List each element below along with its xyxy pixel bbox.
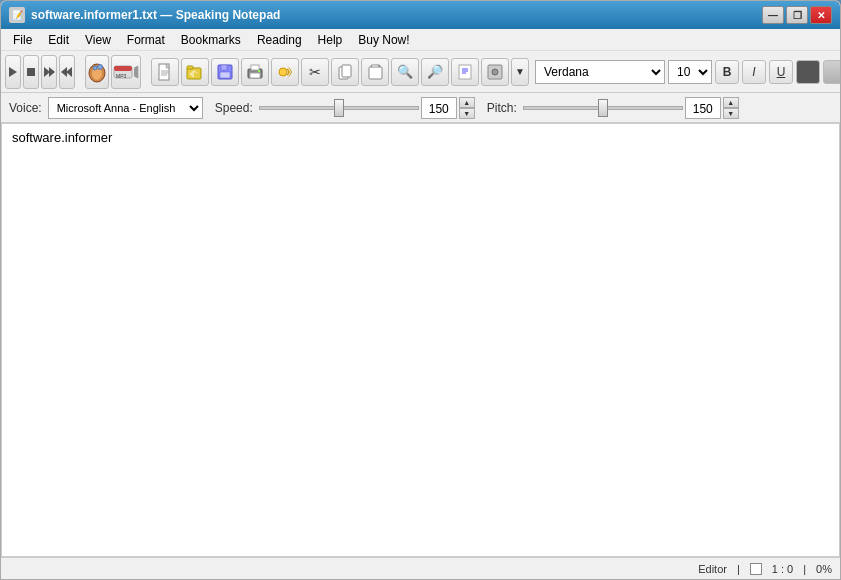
svg-marker-5 (61, 67, 67, 77)
speed-up-button[interactable]: ▲ (459, 97, 475, 108)
size-select[interactable]: 10 8 9 11 12 14 (668, 60, 712, 84)
status-bar: Editor | 1 : 0 | 0% (1, 557, 840, 579)
svg-point-27 (279, 68, 287, 76)
bold-button[interactable]: B (715, 60, 739, 84)
svg-point-9 (98, 64, 103, 69)
menu-view[interactable]: View (77, 31, 119, 49)
speed-value: 150 (421, 97, 457, 119)
svg-rect-21 (221, 65, 227, 70)
editor-mode: Editor (698, 563, 727, 575)
voice-select[interactable]: Microsoft Anna - English (48, 97, 203, 119)
title-bar: 📝 software.informer1.txt — Speaking Note… (1, 1, 840, 29)
playback-toolbar: MP3 ✂ (1, 51, 840, 93)
paste-button[interactable] (361, 58, 389, 86)
main-window: 📝 software.informer1.txt — Speaking Note… (0, 0, 841, 580)
menu-edit[interactable]: Edit (40, 31, 77, 49)
menu-file[interactable]: File (5, 31, 40, 49)
status-separator1: | (737, 563, 740, 575)
play-button[interactable] (5, 55, 21, 89)
more-button[interactable]: ▼ (511, 58, 529, 86)
dictionary-button[interactable] (85, 55, 109, 89)
menu-bar: File Edit View Format Bookmarks Reading … (1, 29, 840, 51)
voice-bar: Voice: Microsoft Anna - English Speed: 1… (1, 93, 840, 123)
menu-bookmarks[interactable]: Bookmarks (173, 31, 249, 49)
step-forward-button[interactable] (41, 55, 57, 89)
pitch-down-button[interactable]: ▼ (723, 108, 739, 119)
window-title: software.informer1.txt — Speaking Notepa… (31, 8, 762, 22)
tts-button[interactable] (271, 58, 299, 86)
pitch-slider[interactable] (523, 106, 683, 110)
svg-rect-31 (369, 67, 382, 79)
status-checkbox-container (750, 563, 762, 575)
svg-rect-19 (187, 66, 193, 69)
pitch-value: 150 (685, 97, 721, 119)
svg-rect-29 (342, 65, 351, 77)
menu-format[interactable]: Format (119, 31, 173, 49)
svg-point-8 (93, 66, 97, 70)
find-button[interactable]: 🔍 (391, 58, 419, 86)
svg-rect-32 (372, 65, 378, 67)
status-separator2: | (803, 563, 806, 575)
svg-rect-33 (459, 65, 471, 79)
italic-button[interactable]: I (742, 60, 766, 84)
restore-button[interactable]: ❐ (786, 6, 808, 24)
speed-down-button[interactable]: ▼ (459, 108, 475, 119)
status-position: 1 : 0 (772, 563, 793, 575)
svg-rect-22 (220, 72, 230, 78)
font-select[interactable]: Verdana Arial Times New Roman Courier Ne… (535, 60, 665, 84)
stop-button[interactable] (23, 55, 39, 89)
step-backward-button[interactable] (59, 55, 75, 89)
speed-slider-container: 150 ▲ ▼ (259, 97, 475, 119)
window-controls: — ❐ ✕ (762, 6, 832, 24)
pitch-up-button[interactable]: ▲ (723, 97, 739, 108)
copy-button[interactable] (331, 58, 359, 86)
pitch-label: Pitch: (487, 101, 517, 115)
svg-marker-0 (9, 67, 17, 77)
svg-rect-1 (27, 68, 35, 76)
editor-content: software.informer (12, 130, 112, 145)
svg-rect-25 (250, 73, 260, 78)
font-color-button[interactable] (796, 60, 820, 84)
svg-rect-11 (114, 66, 132, 71)
menu-help[interactable]: Help (310, 31, 351, 49)
speed-slider[interactable] (259, 106, 419, 110)
svg-marker-3 (49, 67, 55, 77)
speed-spinners: ▲ ▼ (459, 97, 475, 119)
svg-rect-24 (251, 65, 259, 70)
pitch-slider-container: 150 ▲ ▼ (523, 97, 739, 119)
bookmarks-button[interactable] (451, 58, 479, 86)
new-button[interactable] (151, 58, 179, 86)
svg-rect-26 (258, 70, 260, 72)
editor-area[interactable]: software.informer (1, 123, 840, 557)
find-next-button[interactable]: 🔎 (421, 58, 449, 86)
close-button[interactable]: ✕ (810, 6, 832, 24)
voice-label: Voice: (9, 101, 42, 115)
save-button[interactable] (211, 58, 239, 86)
app-icon: 📝 (9, 7, 25, 23)
pitch-spinners: ▲ ▼ (723, 97, 739, 119)
speed-label: Speed: (215, 101, 253, 115)
svg-point-38 (492, 69, 498, 75)
open-button[interactable] (181, 58, 209, 86)
svg-text:MP3: MP3 (116, 73, 127, 79)
menu-buynow[interactable]: Buy Now! (350, 31, 417, 49)
mp3-button[interactable]: MP3 (111, 55, 141, 89)
highlight-button[interactable] (823, 60, 841, 84)
status-checkbox[interactable] (750, 563, 762, 575)
cut-button[interactable]: ✂ (301, 58, 329, 86)
underline-button[interactable]: U (769, 60, 793, 84)
settings-button[interactable] (481, 58, 509, 86)
status-zoom: 0% (816, 563, 832, 575)
minimize-button[interactable]: — (762, 6, 784, 24)
menu-reading[interactable]: Reading (249, 31, 310, 49)
print-button[interactable] (241, 58, 269, 86)
